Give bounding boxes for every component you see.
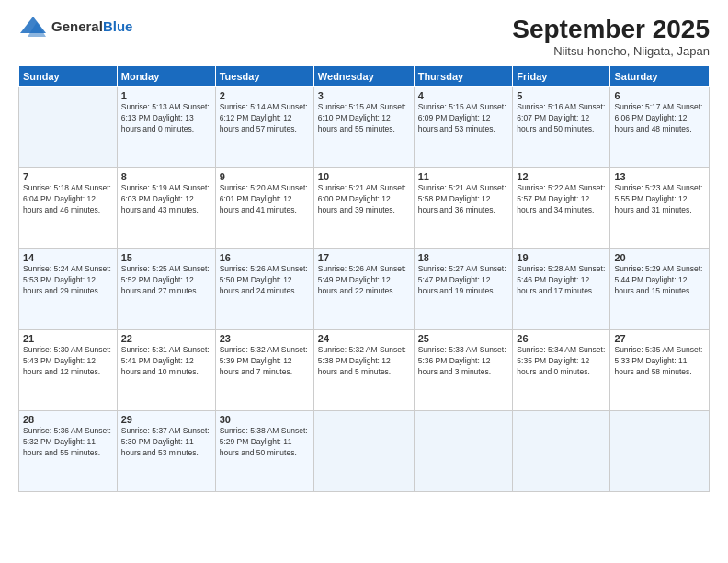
day-number: 21: [23, 333, 113, 344]
day-number: 1: [121, 90, 211, 101]
calendar-week-row: 21Sunrise: 5:30 AM Sunset: 5:43 PM Dayli…: [19, 330, 710, 411]
page: GeneralBlue September 2025 Niitsu-honcho…: [0, 0, 728, 563]
day-number: 12: [517, 171, 606, 182]
day-number: 27: [614, 333, 705, 344]
table-row: 19Sunrise: 5:28 AM Sunset: 5:46 PM Dayli…: [513, 249, 610, 330]
col-tuesday: Tuesday: [215, 66, 313, 87]
calendar-header-row: Sunday Monday Tuesday Wednesday Thursday…: [19, 66, 710, 87]
table-row: 3Sunrise: 5:15 AM Sunset: 6:10 PM Daylig…: [313, 87, 414, 168]
day-info: Sunrise: 5:21 AM Sunset: 5:58 PM Dayligh…: [418, 183, 509, 216]
logo-icon: [18, 15, 48, 39]
table-row: 20Sunrise: 5:29 AM Sunset: 5:44 PM Dayli…: [610, 249, 710, 330]
table-row: 30Sunrise: 5:38 AM Sunset: 5:29 PM Dayli…: [215, 411, 313, 492]
day-info: Sunrise: 5:35 AM Sunset: 5:33 PM Dayligh…: [614, 345, 705, 378]
day-info: Sunrise: 5:14 AM Sunset: 6:12 PM Dayligh…: [220, 102, 310, 135]
table-row: 28Sunrise: 5:36 AM Sunset: 5:32 PM Dayli…: [19, 411, 118, 492]
day-info: Sunrise: 5:24 AM Sunset: 5:53 PM Dayligh…: [23, 264, 113, 297]
day-info: Sunrise: 5:15 AM Sunset: 6:10 PM Dayligh…: [318, 102, 410, 135]
table-row: 21Sunrise: 5:30 AM Sunset: 5:43 PM Dayli…: [19, 330, 118, 411]
day-info: Sunrise: 5:27 AM Sunset: 5:47 PM Dayligh…: [418, 264, 509, 297]
day-info: Sunrise: 5:18 AM Sunset: 6:04 PM Dayligh…: [23, 183, 113, 216]
table-row: 22Sunrise: 5:31 AM Sunset: 5:41 PM Dayli…: [117, 330, 215, 411]
day-number: 9: [220, 171, 310, 182]
day-info: Sunrise: 5:38 AM Sunset: 5:29 PM Dayligh…: [220, 426, 310, 459]
calendar-week-row: 7Sunrise: 5:18 AM Sunset: 6:04 PM Daylig…: [19, 168, 710, 249]
table-row: 16Sunrise: 5:26 AM Sunset: 5:50 PM Dayli…: [215, 249, 313, 330]
day-number: 4: [418, 90, 509, 101]
location: Niitsu-honcho, Niigata, Japan: [512, 44, 710, 58]
table-row: 14Sunrise: 5:24 AM Sunset: 5:53 PM Dayli…: [19, 249, 118, 330]
day-info: Sunrise: 5:32 AM Sunset: 5:39 PM Dayligh…: [220, 345, 310, 378]
table-row: [610, 411, 710, 492]
day-info: Sunrise: 5:20 AM Sunset: 6:01 PM Dayligh…: [220, 183, 310, 216]
table-row: 5Sunrise: 5:16 AM Sunset: 6:07 PM Daylig…: [513, 87, 610, 168]
day-number: 3: [318, 90, 410, 101]
day-number: 14: [23, 252, 113, 263]
day-info: Sunrise: 5:28 AM Sunset: 5:46 PM Dayligh…: [517, 264, 606, 297]
table-row: 4Sunrise: 5:15 AM Sunset: 6:09 PM Daylig…: [414, 87, 513, 168]
table-row: [19, 87, 118, 168]
day-info: Sunrise: 5:23 AM Sunset: 5:55 PM Dayligh…: [614, 183, 705, 216]
table-row: 1Sunrise: 5:13 AM Sunset: 6:13 PM Daylig…: [117, 87, 215, 168]
day-number: 2: [220, 90, 310, 101]
day-info: Sunrise: 5:21 AM Sunset: 6:00 PM Dayligh…: [318, 183, 410, 216]
table-row: 13Sunrise: 5:23 AM Sunset: 5:55 PM Dayli…: [610, 168, 710, 249]
table-row: 2Sunrise: 5:14 AM Sunset: 6:12 PM Daylig…: [215, 87, 313, 168]
table-row: 12Sunrise: 5:22 AM Sunset: 5:57 PM Dayli…: [513, 168, 610, 249]
day-info: Sunrise: 5:26 AM Sunset: 5:49 PM Dayligh…: [318, 264, 410, 297]
col-wednesday: Wednesday: [313, 66, 414, 87]
table-row: 26Sunrise: 5:34 AM Sunset: 5:35 PM Dayli…: [513, 330, 610, 411]
table-row: 7Sunrise: 5:18 AM Sunset: 6:04 PM Daylig…: [19, 168, 118, 249]
col-sunday: Sunday: [19, 66, 118, 87]
day-number: 17: [318, 252, 410, 263]
day-number: 20: [614, 252, 705, 263]
table-row: 6Sunrise: 5:17 AM Sunset: 6:06 PM Daylig…: [610, 87, 710, 168]
table-row: 10Sunrise: 5:21 AM Sunset: 6:00 PM Dayli…: [313, 168, 414, 249]
day-number: 23: [220, 333, 310, 344]
table-row: [313, 411, 414, 492]
day-number: 29: [121, 414, 211, 425]
day-info: Sunrise: 5:19 AM Sunset: 6:03 PM Dayligh…: [121, 183, 211, 216]
day-number: 19: [517, 252, 606, 263]
logo: GeneralBlue: [18, 15, 132, 39]
table-row: 29Sunrise: 5:37 AM Sunset: 5:30 PM Dayli…: [117, 411, 215, 492]
header: GeneralBlue September 2025 Niitsu-honcho…: [18, 15, 710, 58]
col-monday: Monday: [117, 66, 215, 87]
day-number: 22: [121, 333, 211, 344]
day-number: 26: [517, 333, 606, 344]
day-number: 6: [614, 90, 705, 101]
day-number: 5: [517, 90, 606, 101]
day-number: 8: [121, 171, 211, 182]
day-info: Sunrise: 5:36 AM Sunset: 5:32 PM Dayligh…: [23, 426, 113, 459]
day-info: Sunrise: 5:37 AM Sunset: 5:30 PM Dayligh…: [121, 426, 211, 459]
table-row: 27Sunrise: 5:35 AM Sunset: 5:33 PM Dayli…: [610, 330, 710, 411]
col-saturday: Saturday: [610, 66, 710, 87]
day-info: Sunrise: 5:34 AM Sunset: 5:35 PM Dayligh…: [517, 345, 606, 378]
day-number: 16: [220, 252, 310, 263]
day-number: 25: [418, 333, 509, 344]
day-number: 10: [318, 171, 410, 182]
calendar-week-row: 1Sunrise: 5:13 AM Sunset: 6:13 PM Daylig…: [19, 87, 710, 168]
table-row: 11Sunrise: 5:21 AM Sunset: 5:58 PM Dayli…: [414, 168, 513, 249]
day-info: Sunrise: 5:32 AM Sunset: 5:38 PM Dayligh…: [318, 345, 410, 378]
table-row: 8Sunrise: 5:19 AM Sunset: 6:03 PM Daylig…: [117, 168, 215, 249]
logo-blue: Blue: [103, 18, 133, 34]
col-thursday: Thursday: [414, 66, 513, 87]
day-info: Sunrise: 5:25 AM Sunset: 5:52 PM Dayligh…: [121, 264, 211, 297]
day-info: Sunrise: 5:17 AM Sunset: 6:06 PM Dayligh…: [614, 102, 705, 135]
day-info: Sunrise: 5:26 AM Sunset: 5:50 PM Dayligh…: [220, 264, 310, 297]
day-info: Sunrise: 5:15 AM Sunset: 6:09 PM Dayligh…: [418, 102, 509, 135]
logo-general: General: [51, 18, 103, 34]
col-friday: Friday: [513, 66, 610, 87]
table-row: 25Sunrise: 5:33 AM Sunset: 5:36 PM Dayli…: [414, 330, 513, 411]
day-number: 30: [220, 414, 310, 425]
day-number: 24: [318, 333, 410, 344]
day-number: 7: [23, 171, 113, 182]
day-info: Sunrise: 5:33 AM Sunset: 5:36 PM Dayligh…: [418, 345, 509, 378]
table-row: 17Sunrise: 5:26 AM Sunset: 5:49 PM Dayli…: [313, 249, 414, 330]
day-info: Sunrise: 5:13 AM Sunset: 6:13 PM Dayligh…: [121, 102, 211, 135]
table-row: 9Sunrise: 5:20 AM Sunset: 6:01 PM Daylig…: [215, 168, 313, 249]
table-row: 24Sunrise: 5:32 AM Sunset: 5:38 PM Dayli…: [313, 330, 414, 411]
table-row: 15Sunrise: 5:25 AM Sunset: 5:52 PM Dayli…: [117, 249, 215, 330]
day-number: 28: [23, 414, 113, 425]
